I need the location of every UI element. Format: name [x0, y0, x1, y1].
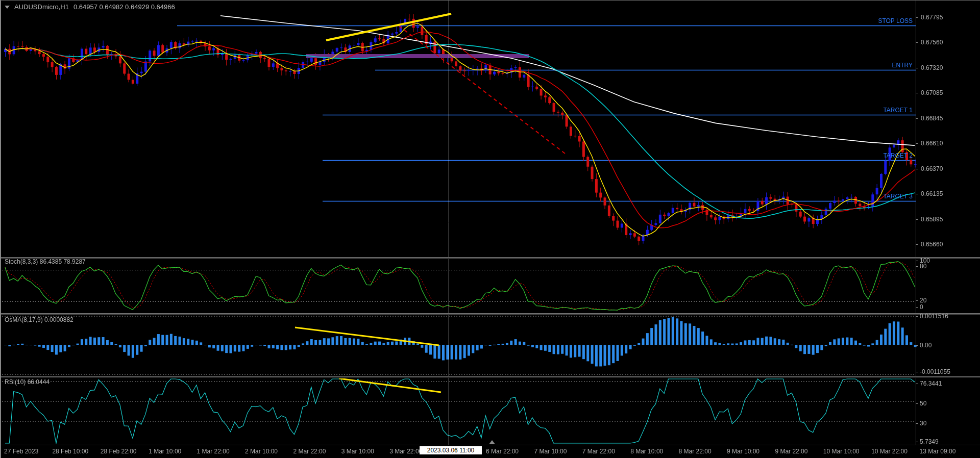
trade-level-label: ENTRY: [1, 62, 913, 69]
chart-canvas[interactable]: [1, 1, 980, 458]
trade-level-label: TARGET 2: [1, 152, 913, 159]
price-axis-label: 0.66610: [921, 140, 943, 147]
time-axis-label: 8 Mar 10:00: [630, 448, 663, 455]
indicator-axis-tick: [916, 423, 918, 424]
indicator-axis-tick: [916, 261, 918, 261]
trade-level-label: TARGET 3: [1, 193, 913, 200]
price-axis-tick: [916, 68, 918, 68]
indicator-axis-tick: [916, 307, 918, 308]
time-axis-label: 2 Mar 22:00: [293, 448, 326, 455]
panel-separator[interactable]: [1, 376, 980, 378]
price-axis-label: 0.66845: [921, 115, 943, 122]
panel-separator[interactable]: [1, 313, 980, 315]
price-axis-tick: [916, 143, 918, 144]
indicator-axis-tick: [916, 442, 918, 442]
price-axis-tick: [916, 17, 918, 18]
price-axis-tick: [916, 219, 918, 220]
panel-separator[interactable]: [1, 257, 980, 259]
time-axis-separator: [1, 445, 980, 445]
symbol-quotes: 0.64957 0.64982 0.64929 0.64966: [74, 3, 175, 11]
price-axis-tick: [916, 169, 918, 169]
indicator-axis-tick: [916, 372, 918, 372]
selected-time-badge: 2023.03.06 11:00: [420, 446, 482, 454]
stoch-scale-label: 20: [920, 297, 926, 304]
time-axis-label: 8 Mar 22:00: [679, 448, 712, 455]
trade-level-label: TARGET 1: [1, 107, 913, 114]
stoch-indicator-title: Stoch(8,3,3) 86.4385 78.9287: [5, 258, 86, 265]
price-axis-label: 0.67560: [921, 39, 943, 46]
rsi-indicator-title: RSI(10) 66.0444: [5, 378, 50, 386]
time-axis-label: 1 Mar 10:00: [149, 448, 181, 455]
price-axis-tick: [916, 194, 918, 194]
time-axis-label: 6 Mar 22:00: [486, 448, 519, 455]
time-axis-label: 3 Mar 22:00: [389, 448, 422, 455]
price-axis-label: 0.67795: [921, 14, 943, 21]
rsi-scale-label: 5.7349: [920, 438, 939, 445]
indicator-axis-tick: [916, 316, 918, 317]
time-axis-label: 10 Mar 10:00: [823, 448, 860, 455]
price-axis-label: 0.65660: [921, 241, 943, 248]
price-axis-label: 0.67320: [921, 64, 943, 71]
chart-window: AUDUSDmicro,H1 0.64957 0.64982 0.64929 0…: [0, 0, 980, 458]
rsi-scale-label: 76.3441: [920, 380, 942, 387]
rsi-scale-label: 30: [920, 420, 926, 427]
osma-scale-label: -0.0011055: [920, 368, 950, 375]
osma-scale-label: 0.0011516: [920, 313, 948, 320]
time-axis-label: 7 Mar 10:00: [534, 448, 567, 455]
time-axis-label: 28 Feb 22:00: [101, 448, 137, 455]
chevron-down-icon[interactable]: [5, 6, 10, 9]
rsi-scale-label: 50: [920, 400, 926, 407]
price-axis-tick: [916, 42, 918, 43]
chart-shift-marker[interactable]: [489, 440, 495, 444]
indicator-axis-tick: [916, 403, 918, 404]
time-axis-label: 28 Feb 10:00: [52, 448, 88, 455]
price-axis-label: 0.66135: [921, 190, 943, 197]
stoch-scale-label: 0: [920, 303, 923, 311]
indicator-axis-tick: [916, 300, 918, 301]
stoch-scale-label: 80: [920, 263, 926, 270]
price-axis-tick: [916, 244, 918, 245]
time-axis-label: 1 Mar 22:00: [197, 448, 230, 455]
symbol-name: AUDUSDmicro,H1: [14, 3, 69, 11]
indicator-axis-tick: [916, 266, 918, 267]
time-axis-label: 7 Mar 22:00: [582, 448, 615, 455]
time-axis-label: 13 Mar 09:00: [920, 448, 956, 455]
symbol-title[interactable]: AUDUSDmicro,H1 0.64957 0.64982 0.64929 0…: [5, 3, 175, 11]
osma-indicator-title: OsMA(8,17,9) 0.0000882: [5, 316, 74, 323]
price-axis-label: 0.66370: [921, 165, 943, 172]
price-axis-separator: [916, 1, 916, 445]
price-axis-label: 0.65895: [921, 216, 943, 223]
trade-level-label: STOP LOSS: [1, 17, 913, 24]
indicator-axis-tick: [916, 345, 918, 346]
time-axis-label: 9 Mar 10:00: [727, 448, 760, 455]
price-axis-label: 0.67085: [921, 89, 943, 96]
time-axis-label: 9 Mar 22:00: [775, 448, 807, 455]
price-axis-tick: [916, 118, 918, 119]
time-axis-label: 2 Mar 10:00: [245, 448, 278, 455]
time-axis-label: 3 Mar 10:00: [341, 448, 374, 455]
time-axis-label: 27 Feb 2023: [4, 448, 38, 455]
indicator-axis-tick: [916, 384, 918, 384]
osma-scale-label: 0.00: [920, 342, 932, 349]
price-axis-tick: [916, 93, 918, 93]
time-axis-label: 10 Mar 22:00: [871, 448, 908, 455]
